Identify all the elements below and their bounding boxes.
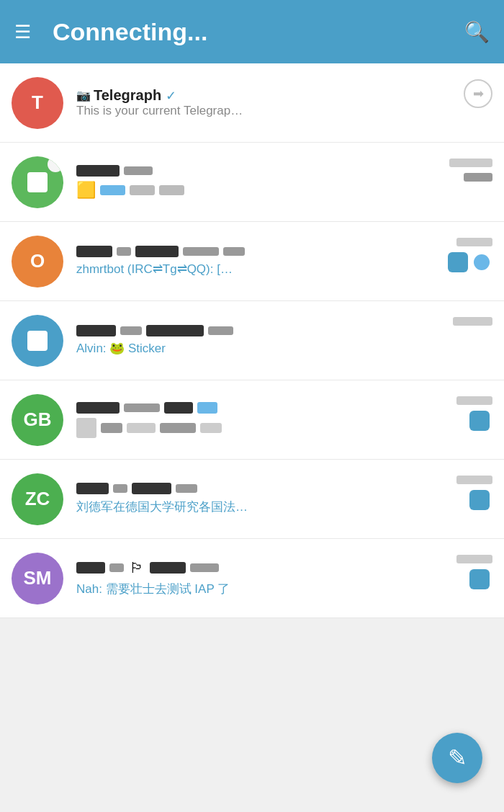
topbar-title: Connecting...	[53, 18, 207, 46]
share-icon[interactable]: ➡	[464, 79, 492, 108]
chat-meta	[428, 393, 492, 431]
b1	[76, 562, 105, 574]
b3	[150, 562, 186, 574]
chat-name: Telegraph	[94, 87, 161, 104]
b3	[146, 325, 204, 336]
list-item[interactable]: O zhmrtbot (IRC⇌Tg⇌QQ): […	[0, 222, 504, 301]
b1	[76, 325, 116, 336]
blurred-count	[464, 173, 492, 182]
avatar-text: ZC	[25, 488, 50, 510]
b4	[190, 563, 219, 572]
b3	[164, 402, 193, 414]
b2	[109, 563, 124, 572]
chat-content: 🟨	[76, 165, 428, 200]
chat-preview: Alvin: 🐸 Sticker	[76, 341, 364, 356]
b4	[176, 484, 197, 493]
avatar-text: O	[30, 250, 45, 272]
bp3	[127, 423, 156, 433]
b-time	[456, 396, 492, 405]
b1	[76, 483, 109, 494]
blurred-p3	[159, 185, 184, 195]
bp5	[200, 423, 222, 433]
b3	[132, 483, 171, 494]
compose-icon: ✎	[448, 744, 467, 772]
blurred-time	[449, 159, 492, 167]
b2	[117, 247, 131, 256]
avatar-text: T	[32, 92, 43, 114]
b5	[223, 247, 245, 256]
chat-preview: Nah: 需要壮士去测试 IAP 了	[76, 581, 364, 597]
name-row	[76, 246, 420, 257]
bot-icon	[469, 569, 490, 589]
chat-list: T 📷 Telegraph ✓ This is your current Tel…	[0, 63, 504, 618]
hamburger-icon[interactable]: ☰	[14, 22, 31, 41]
b1	[76, 402, 120, 414]
bp4	[160, 423, 196, 433]
chat-meta	[428, 552, 492, 589]
emoji-icon: 🟨	[76, 181, 96, 200]
chat-content: Alvin: 🐸 Sticker	[76, 325, 428, 356]
b4	[183, 247, 219, 256]
chat-content: zhmrtbot (IRC⇌Tg⇌QQ): […	[76, 246, 428, 277]
bot-icon	[469, 411, 490, 431]
bot-icon	[469, 490, 490, 510]
list-item[interactable]: 🟨	[0, 143, 504, 222]
name-row	[76, 325, 420, 336]
chat-preview: zhmrtbot (IRC⇌Tg⇌QQ): […	[76, 262, 364, 277]
b2	[120, 326, 142, 335]
flag-emoji: 🏳	[130, 560, 144, 576]
blurred-name2	[124, 166, 153, 175]
chat-meta	[428, 314, 492, 331]
chat-content: 📷 Telegraph ✓ This is your current Teleg…	[76, 87, 428, 118]
chat-content: 🏳 Nah: 需要壮士去测试 IAP 了	[76, 560, 428, 597]
b2	[113, 484, 127, 493]
topbar-left: ☰ Connecting...	[14, 18, 207, 46]
b-time	[456, 476, 492, 484]
camera-icon: 📷	[76, 89, 91, 102]
chat-content	[76, 402, 428, 438]
blurred-p1	[100, 185, 125, 195]
name-row: 🏳	[76, 560, 420, 576]
compose-fab[interactable]: ✎	[432, 733, 482, 783]
b-time	[453, 317, 492, 326]
chat-preview: This is your current Telegrap…	[76, 104, 364, 118]
b2	[124, 403, 160, 412]
chat-meta: ➡	[428, 76, 492, 108]
bot-icon2	[474, 254, 490, 270]
avatar	[12, 156, 63, 208]
name-row: 📷 Telegraph ✓	[76, 87, 420, 104]
bp2	[101, 423, 122, 433]
avatar: O	[12, 236, 63, 287]
b4	[197, 402, 217, 414]
avatar: SM	[12, 553, 63, 604]
b-time	[456, 238, 492, 246]
avatar: GB	[12, 394, 63, 446]
b3	[135, 246, 179, 257]
avatar: ZC	[12, 473, 63, 525]
chat-meta	[428, 156, 492, 182]
name-row	[76, 402, 420, 414]
topbar: ☰ Connecting... 🔍	[0, 0, 504, 63]
chat-meta	[428, 473, 492, 510]
name-row	[76, 483, 420, 494]
b1	[76, 246, 112, 257]
list-item[interactable]: GB	[0, 380, 504, 460]
list-item[interactable]: T 📷 Telegraph ✓ This is your current Tel…	[0, 63, 504, 143]
list-item[interactable]: SM 🏳 Nah: 需要壮士去测试 IAP 了	[0, 539, 504, 618]
chat-meta	[428, 235, 492, 272]
bp1	[76, 418, 96, 438]
search-icon[interactable]: 🔍	[464, 20, 490, 44]
verified-badge: ✓	[166, 88, 176, 104]
bot-icon	[448, 252, 468, 272]
avatar-text: SM	[24, 567, 52, 589]
list-item[interactable]: ZC 刘德军在德国大学研究各国法…	[0, 460, 504, 539]
avatar-text: GB	[24, 409, 52, 431]
avatar: T	[12, 77, 63, 129]
blurred-p2	[130, 185, 155, 195]
list-item[interactable]: Alvin: 🐸 Sticker	[0, 301, 504, 380]
chat-content: 刘德军在德国大学研究各国法…	[76, 483, 428, 515]
b-time	[456, 555, 492, 563]
b4	[208, 326, 233, 335]
blurred-name	[76, 165, 120, 177]
avatar	[12, 315, 63, 367]
